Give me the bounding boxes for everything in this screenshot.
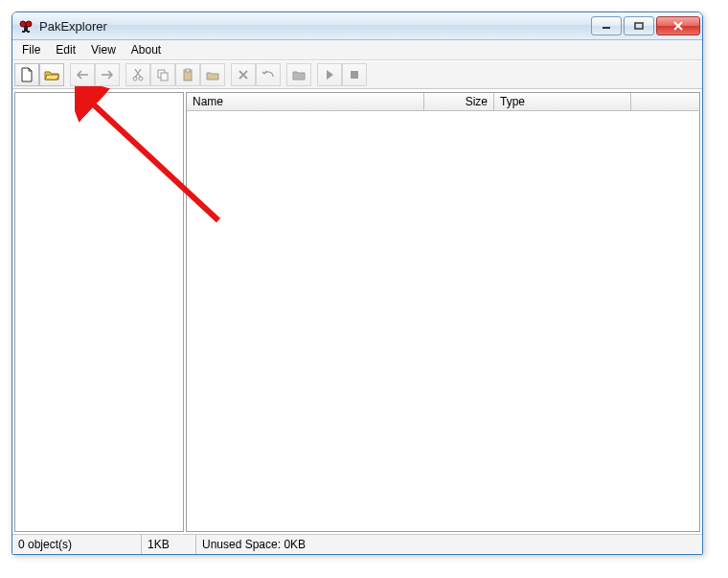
play-icon	[325, 69, 334, 81]
folder-paste-icon	[206, 68, 219, 81]
new-file-button[interactable]	[14, 63, 39, 86]
cut-icon	[132, 68, 144, 81]
back-button[interactable]	[70, 63, 95, 86]
new-file-icon	[20, 67, 34, 82]
stop-button[interactable]	[342, 63, 367, 86]
svg-rect-12	[161, 73, 168, 81]
undo-icon	[262, 69, 275, 81]
maximize-button[interactable]	[624, 16, 654, 35]
menu-edit[interactable]: Edit	[48, 40, 83, 59]
paste-button[interactable]	[175, 63, 200, 86]
column-name[interactable]: Name	[187, 93, 424, 110]
window-title: PakExplorer	[39, 19, 591, 34]
new-folder-button[interactable]	[286, 63, 311, 86]
forward-button[interactable]	[95, 63, 120, 86]
delete-button[interactable]	[231, 63, 256, 86]
status-size: 1KB	[142, 535, 196, 554]
client-area: Name Size Type	[12, 89, 702, 534]
forward-arrow-icon	[101, 70, 114, 80]
svg-rect-14	[186, 69, 190, 72]
undo-button[interactable]	[256, 63, 281, 86]
list-pane[interactable]: Name Size Type	[186, 92, 700, 532]
back-arrow-icon	[76, 70, 89, 80]
paste-icon	[181, 68, 194, 81]
menu-view[interactable]: View	[83, 40, 124, 59]
column-spacer	[631, 93, 699, 110]
statusbar: 0 object(s) 1KB Unused Space: 0KB	[12, 534, 702, 554]
column-type[interactable]: Type	[494, 93, 631, 110]
titlebar[interactable]: PakExplorer	[12, 12, 702, 40]
play-button[interactable]	[317, 63, 342, 86]
column-headers: Name Size Type	[187, 93, 699, 111]
svg-rect-15	[351, 71, 358, 79]
folder-paste-button[interactable]	[200, 63, 225, 86]
toolbar	[12, 60, 702, 89]
cut-button[interactable]	[125, 63, 150, 86]
copy-button[interactable]	[150, 63, 175, 86]
column-size[interactable]: Size	[424, 93, 494, 110]
open-button[interactable]	[39, 63, 64, 86]
svg-rect-6	[635, 23, 643, 29]
folder-icon	[292, 69, 306, 81]
minimize-button[interactable]	[591, 16, 622, 35]
svg-rect-3	[22, 31, 25, 33]
open-folder-icon	[44, 68, 59, 81]
stop-icon	[350, 70, 359, 80]
status-objects: 0 object(s)	[12, 535, 142, 554]
application-window: PakExplorer File Edit View About	[11, 12, 703, 555]
menubar: File Edit View About	[12, 40, 702, 60]
status-unused: Unused Space: 0KB	[196, 535, 702, 554]
close-button[interactable]	[656, 16, 700, 35]
delete-icon	[238, 69, 249, 81]
tree-pane[interactable]	[14, 92, 184, 532]
app-icon	[18, 18, 34, 34]
menu-about[interactable]: About	[124, 40, 169, 59]
menu-file[interactable]: File	[14, 40, 48, 59]
svg-rect-4	[27, 31, 30, 33]
copy-icon	[156, 68, 170, 81]
